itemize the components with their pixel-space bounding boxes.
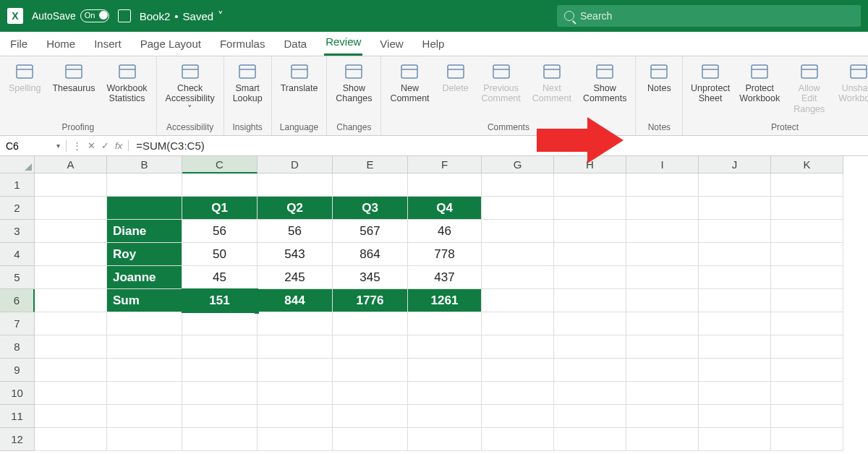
spreadsheet-grid[interactable]: ABCDEFGHIJK 12Q1Q2Q3Q43Diane5656567464Ro… [0,156,868,451]
cell-J2[interactable] [699,197,771,220]
cell-H1[interactable] [554,174,626,197]
cell-I2[interactable] [626,197,699,220]
cell-A12[interactable] [35,428,107,451]
cell-F6[interactable]: 1261 [408,289,482,312]
tab-insert[interactable]: Insert [93,33,123,56]
cell-F1[interactable] [408,174,482,197]
cell-D2[interactable]: Q2 [258,197,333,220]
cell-A3[interactable] [35,220,107,243]
cell-D12[interactable] [258,428,333,451]
cell-C2[interactable]: Q1 [182,197,258,220]
cell-C5[interactable]: 45 [182,266,258,289]
cell-A11[interactable] [35,405,107,428]
translate-button[interactable]: Translate [278,61,321,95]
cell-F2[interactable]: Q4 [408,197,482,220]
cell-E8[interactable] [333,335,408,359]
more-icon[interactable]: ⋮ [72,140,82,151]
formula-input[interactable]: =SUM(C3:C5) [129,140,212,152]
cell-F3[interactable]: 46 [408,220,482,243]
row-header-12[interactable]: 12 [0,428,35,451]
cell-E4[interactable]: 864 [333,243,408,266]
tab-review[interactable]: Review [324,31,362,56]
cell-D6[interactable]: 844 [258,289,333,312]
cell-J8[interactable] [699,335,771,359]
cell-D10[interactable] [258,382,333,405]
tab-view[interactable]: View [378,33,404,56]
cell-B5[interactable]: Joanne [107,266,182,289]
cell-B11[interactable] [107,405,182,428]
cell-K7[interactable] [771,312,843,335]
cell-C8[interactable] [182,335,258,359]
cell-C9[interactable] [182,359,258,382]
row-header-8[interactable]: 8 [0,335,35,359]
document-title[interactable]: Book2 • Saved ˅ [140,9,224,22]
cell-D9[interactable] [258,359,333,382]
cell-J3[interactable] [699,220,771,243]
cell-F8[interactable] [408,335,482,359]
row-header-7[interactable]: 7 [0,312,35,335]
cell-E6[interactable]: 1776 [333,289,408,312]
cell-B9[interactable] [107,359,182,382]
check-accessibility-button[interactable]: CheckAccessibility ˅ [163,61,218,116]
cell-B12[interactable] [107,428,182,451]
cell-I12[interactable] [626,428,699,451]
cell-E7[interactable] [333,312,408,335]
cell-H12[interactable] [554,428,626,451]
cell-J9[interactable] [699,359,771,382]
cell-A4[interactable] [35,243,107,266]
cell-K12[interactable] [771,428,843,451]
col-header-C[interactable]: C [182,156,258,174]
protect-workbook-button[interactable]: ProtectWorkbook [738,61,782,106]
cell-K6[interactable] [771,289,843,312]
cell-E5[interactable]: 345 [333,266,408,289]
cell-B8[interactable] [107,335,182,359]
autosave-toggle[interactable]: AutoSave On [32,9,109,22]
cell-F12[interactable] [408,428,482,451]
cell-G10[interactable] [482,382,554,405]
cell-E10[interactable] [333,382,408,405]
thesaurus-button[interactable]: Thesaurus [49,61,98,95]
cell-I4[interactable] [626,243,699,266]
cell-D4[interactable]: 543 [258,243,333,266]
cell-G12[interactable] [482,428,554,451]
cell-E9[interactable] [333,359,408,382]
cell-K5[interactable] [771,266,843,289]
cell-B4[interactable]: Roy [107,243,182,266]
row-header-5[interactable]: 5 [0,266,35,289]
notes-button[interactable]: Notes [642,61,676,95]
cell-A6[interactable] [35,289,107,312]
cell-H8[interactable] [554,335,626,359]
row-header-10[interactable]: 10 [0,382,35,405]
col-header-E[interactable]: E [333,156,408,174]
cell-E2[interactable]: Q3 [333,197,408,220]
cell-C12[interactable] [182,428,258,451]
fx-icon[interactable]: fx [115,140,122,151]
row-header-4[interactable]: 4 [0,243,35,266]
cell-J6[interactable] [699,289,771,312]
new-comment-button[interactable]: NewComment [387,61,432,106]
cell-B7[interactable] [107,312,182,335]
cell-A2[interactable] [35,197,107,220]
tab-page-layout[interactable]: Page Layout [139,33,203,56]
cell-F5[interactable]: 437 [408,266,482,289]
toggle-icon[interactable]: On [80,9,109,22]
cell-F7[interactable] [408,312,482,335]
cell-F9[interactable] [408,359,482,382]
cell-B1[interactable] [107,174,182,197]
cell-H6[interactable] [554,289,626,312]
show-comments-button[interactable]: ShowComments [580,61,629,106]
row-header-1[interactable]: 1 [0,174,35,197]
cell-D1[interactable] [258,174,333,197]
cell-G11[interactable] [482,405,554,428]
cell-H2[interactable] [554,197,626,220]
col-header-G[interactable]: G [482,156,554,174]
col-header-J[interactable]: J [699,156,771,174]
col-header-B[interactable]: B [107,156,182,174]
cell-K10[interactable] [771,382,843,405]
cell-I11[interactable] [626,405,699,428]
row-header-9[interactable]: 9 [0,359,35,382]
enter-icon[interactable]: ✓ [101,140,109,151]
cell-G5[interactable] [482,266,554,289]
col-header-K[interactable]: K [771,156,843,174]
cell-K2[interactable] [771,197,843,220]
